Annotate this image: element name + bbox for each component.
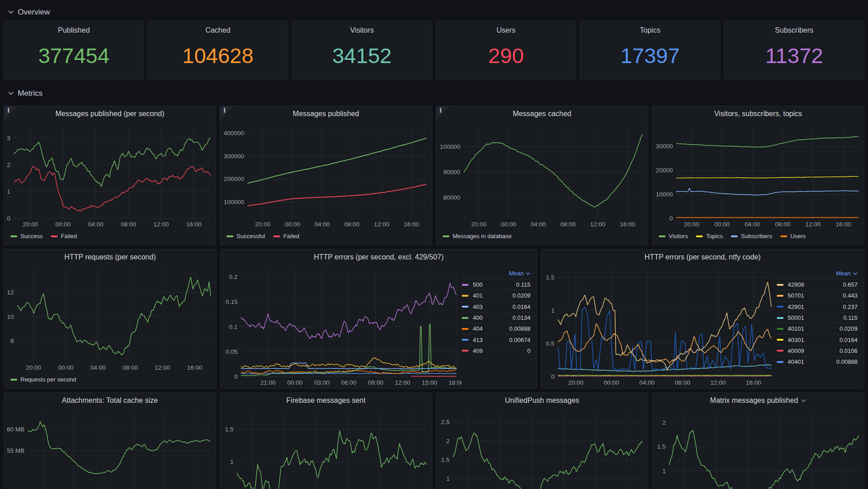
- legend-label: Successful: [237, 233, 265, 240]
- legend-swatch: [462, 350, 469, 352]
- legend-item-success[interactable]: Success: [10, 233, 43, 240]
- legend-mean-value: 0.0209: [839, 325, 858, 332]
- chart-unifiedpush: 20:0000:0004:0008:0012:0016:0011.522.5: [436, 408, 648, 489]
- panel-title-text: Firebase messages sent: [286, 396, 365, 405]
- section-title: Metrics: [18, 89, 43, 98]
- legend-row-50701[interactable]: 507010.443: [777, 290, 858, 301]
- panel-title-text: UnifiedPush messages: [505, 396, 579, 405]
- legend-item-requests-per-second[interactable]: Requests per second: [10, 376, 76, 383]
- legend-item-users[interactable]: Users: [780, 233, 806, 240]
- svg-text:55 MB: 55 MB: [7, 447, 25, 454]
- panel-title-text: Attachments: Total cache size: [62, 396, 158, 405]
- legend-item-visitors[interactable]: Visitors: [659, 233, 688, 240]
- legend-row-400[interactable]: 4000.0134: [462, 312, 530, 323]
- svg-text:10000: 10000: [656, 191, 673, 198]
- svg-text:1: 1: [446, 475, 450, 482]
- svg-text:0.2: 0.2: [229, 274, 237, 280]
- svg-text:1.5: 1.5: [225, 426, 234, 433]
- panel-menu-chevron-icon[interactable]: [801, 399, 806, 402]
- legend-sort-mean[interactable]: Mean: [462, 268, 530, 279]
- svg-text:00:00: 00:00: [604, 379, 619, 386]
- panel-title[interactable]: Visitors, subscribers, topics: [652, 106, 864, 122]
- legend-item-successful[interactable]: Successful: [227, 233, 265, 240]
- legend-mean-value: 0.0209: [513, 292, 531, 299]
- legend: SuccessfulFailed: [220, 230, 432, 245]
- chevron-down-icon: [853, 272, 858, 275]
- stat-value: 34152: [332, 31, 392, 80]
- section-header-metrics[interactable]: Metrics: [4, 85, 864, 102]
- legend-swatch: [443, 235, 449, 237]
- stat-panel-users: Users 290: [436, 21, 576, 80]
- legend-label: Subscribers: [741, 233, 772, 240]
- legend-mean-value: 0.443: [843, 292, 858, 299]
- legend-item-topics[interactable]: Topics: [696, 233, 723, 240]
- legend-row-42901[interactable]: 429010.237: [777, 301, 858, 312]
- legend-row-404[interactable]: 4040.00888: [462, 323, 530, 334]
- svg-text:20:00: 20:00: [684, 221, 700, 228]
- chart-messages-published-rate: 20:0000:0004:0008:0012:0016:000123: [4, 122, 216, 230]
- stat-panel-published: Published 377454: [4, 21, 144, 80]
- svg-text:12:00: 12:00: [153, 221, 169, 228]
- panel-attachments-cache: Attachments: Total cache size 20:0000:00…: [4, 392, 216, 489]
- chart-http-errors-ntfy: 20:0000:0004:0008:0012:0016:0000.511.5: [541, 265, 777, 388]
- svg-text:04:00: 04:00: [640, 379, 655, 386]
- svg-text:1.5: 1.5: [657, 443, 666, 450]
- svg-text:00:00: 00:00: [55, 221, 71, 228]
- section-header-overview[interactable]: Overview: [4, 4, 864, 21]
- panel-title[interactable]: Messages cached: [436, 106, 648, 122]
- panel-title[interactable]: Firebase messages sent: [220, 393, 432, 408]
- legend-item-messages-in-database[interactable]: Messages in database: [443, 233, 512, 240]
- legend-mean-value: 0.00674: [509, 337, 530, 343]
- legend-row-409[interactable]: 4090: [462, 345, 530, 356]
- info-icon[interactable]: [220, 106, 234, 120]
- legend-label: 500: [473, 281, 483, 288]
- svg-text:08:00: 08:00: [775, 221, 790, 228]
- svg-text:20:00: 20:00: [255, 221, 271, 228]
- panel-title[interactable]: HTTP requests (per second): [4, 249, 216, 265]
- legend-label: Topics: [706, 233, 723, 240]
- legend-row-40401[interactable]: 404010.00888: [777, 356, 858, 367]
- panel-title[interactable]: Messages published: [220, 106, 432, 122]
- svg-text:15:00: 15:00: [422, 379, 437, 386]
- panel-title[interactable]: Messages published (per second): [4, 106, 216, 122]
- svg-text:20:00: 20:00: [26, 364, 41, 371]
- legend-item-failed[interactable]: Failed: [273, 233, 299, 240]
- info-icon[interactable]: [4, 106, 18, 120]
- svg-text:0.05: 0.05: [226, 348, 237, 355]
- chevron-down-icon: [8, 92, 14, 95]
- info-icon[interactable]: [436, 106, 450, 120]
- legend-row-50001[interactable]: 500010.115: [777, 312, 858, 323]
- legend-row-413[interactable]: 4130.00674: [462, 334, 530, 345]
- legend-item-failed[interactable]: Failed: [51, 233, 77, 240]
- panel-title[interactable]: UnifiedPush messages: [436, 393, 648, 408]
- legend-row-403[interactable]: 4030.0164: [462, 301, 530, 312]
- panel-title[interactable]: Matrix messages published: [652, 393, 864, 408]
- panel-title[interactable]: HTTP errors (per second, excl. 429/507): [221, 249, 537, 265]
- chart-canvas: 20:0000:0004:0008:0012:0016:0081012: [4, 265, 216, 373]
- legend-row-40101[interactable]: 401010.0209: [777, 323, 858, 334]
- legend-label: 401: [473, 292, 483, 299]
- legend-swatch: [659, 235, 666, 237]
- svg-text:12:00: 12:00: [395, 379, 410, 386]
- panel-title[interactable]: Attachments: Total cache size: [4, 393, 216, 408]
- svg-text:90000: 90000: [443, 169, 460, 176]
- svg-text:20:00: 20:00: [568, 379, 584, 386]
- legend-row-40301[interactable]: 403010.0164: [777, 334, 858, 345]
- legend-item-subscribers[interactable]: Subscribers: [731, 233, 772, 240]
- legend-row-401[interactable]: 4010.0209: [462, 290, 530, 301]
- legend-row-40009[interactable]: 400090.0106: [777, 345, 858, 356]
- legend-row-500[interactable]: 5000.115: [462, 279, 530, 290]
- svg-text:03:00: 03:00: [314, 379, 330, 386]
- panel-title[interactable]: HTTP errors (per second, ntfy code): [541, 249, 864, 265]
- svg-text:1: 1: [551, 307, 555, 314]
- legend-label: Failed: [61, 233, 77, 240]
- legend-row-42908[interactable]: 429080.657: [777, 279, 858, 290]
- chart-visitors-subscribers-topics: 20:0000:0004:0008:0012:0016:000100002000…: [652, 122, 864, 230]
- chart-canvas: 20:0000:0004:0008:0012:0016:000.511.52: [652, 408, 864, 489]
- svg-text:21:00: 21:00: [260, 379, 276, 386]
- svg-text:08:00: 08:00: [123, 364, 138, 371]
- svg-text:0.5: 0.5: [546, 340, 555, 347]
- panel-messages-published-total: i Messages published 20:0000:0004:0008:0…: [220, 106, 432, 245]
- svg-text:00:00: 00:00: [58, 364, 74, 371]
- legend-sort-mean[interactable]: Mean: [777, 268, 858, 279]
